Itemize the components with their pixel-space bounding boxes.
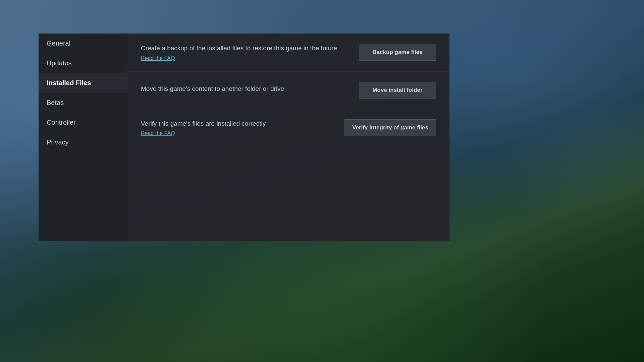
backup-text: Create a backup of the installed files t… xyxy=(141,44,359,61)
main-panel: General Updates Installed Files Betas Co… xyxy=(39,34,449,241)
backup-row: Create a backup of the installed files t… xyxy=(127,34,449,72)
sidebar-item-betas[interactable]: Betas xyxy=(39,93,127,113)
verify-button[interactable]: Verify integrity of game files xyxy=(344,119,436,136)
move-row: Move this game's content to another fold… xyxy=(127,72,449,109)
verify-text: Verify this game's files are installed c… xyxy=(141,119,344,137)
move-description: Move this game's content to another fold… xyxy=(141,84,345,94)
verify-row: Verify this game's files are installed c… xyxy=(127,109,449,147)
sidebar-item-controller[interactable]: Controller xyxy=(39,113,127,132)
sidebar-item-privacy[interactable]: Privacy xyxy=(39,132,127,152)
move-button[interactable]: Move install folder xyxy=(359,82,436,99)
sidebar-item-installed-files[interactable]: Installed Files xyxy=(39,73,127,93)
move-text: Move this game's content to another fold… xyxy=(141,84,359,96)
sidebar: General Updates Installed Files Betas Co… xyxy=(39,34,127,241)
content-area: Create a backup of the installed files t… xyxy=(127,34,449,241)
backup-description: Create a backup of the installed files t… xyxy=(141,44,345,53)
sidebar-item-updates[interactable]: Updates xyxy=(39,53,127,73)
verify-description: Verify this game's files are installed c… xyxy=(141,119,331,129)
verify-faq-link[interactable]: Read the FAQ xyxy=(141,130,175,136)
backup-faq-link[interactable]: Read the FAQ xyxy=(141,55,175,61)
sidebar-item-general[interactable]: General xyxy=(39,34,127,53)
backup-button[interactable]: Backup game files xyxy=(359,44,436,61)
